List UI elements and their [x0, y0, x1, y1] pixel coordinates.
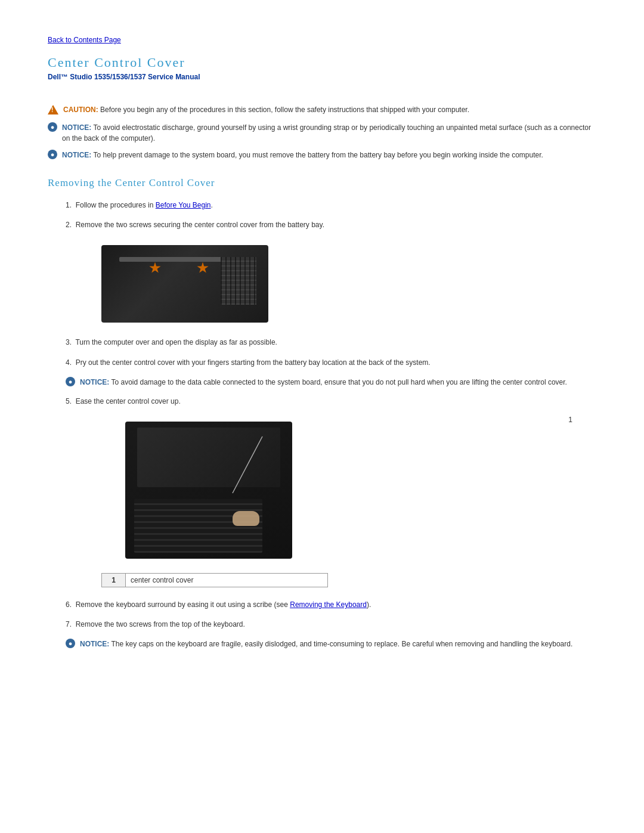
page-title: Center Control Cover — [48, 55, 596, 70]
notice-step7-text: NOTICE: The key caps on the keyboard are… — [80, 639, 572, 649]
screw-mark-1 — [149, 262, 161, 274]
notice-icon-1: ● — [48, 122, 57, 132]
step-1-num: 1. — [66, 201, 72, 209]
step-1: 1. Follow the procedures in Before You B… — [66, 200, 596, 211]
step-6: 6. Remove the keyboard surround by easin… — [66, 599, 596, 611]
notice-2: ● NOTICE: To help prevent damage to the … — [48, 150, 596, 160]
step-3-text: Turn the computer over and open the disp… — [75, 338, 277, 346]
notice-step7: ● NOTICE: The key caps on the keyboard a… — [66, 639, 596, 649]
step-4-text: Pry out the center control cover with yo… — [76, 358, 431, 367]
legend-label: center control cover — [126, 573, 328, 587]
notices-section: CAUTION: Before you begin any of the pro… — [48, 104, 596, 160]
step-5: 5. Ease the center control cover up. — [66, 396, 596, 407]
notice-icon-step7: ● — [66, 639, 75, 648]
subtitle: Dell™ Studio 1535/1536/1537 Service Manu… — [48, 73, 596, 81]
laptop-open-image — [125, 422, 292, 559]
step-3: 3. Turn the computer over and open the d… — [66, 337, 596, 348]
notice-icon-2: ● — [48, 150, 57, 159]
laptop-bottom-image — [101, 245, 268, 323]
grid-area — [221, 257, 256, 305]
step-1-text: Follow the procedures in — [76, 201, 156, 209]
notice-step4-text: NOTICE: To avoid damage to the data cabl… — [80, 377, 567, 388]
step-7-text: Remove the two screws from the top of th… — [76, 620, 245, 628]
notice-1: ● NOTICE: To avoid electrostatic dischar… — [48, 122, 596, 144]
step-2-text: Remove the two screws securing the cente… — [76, 221, 324, 229]
step-7-num: 7. — [66, 620, 72, 628]
step-5-num: 5. — [66, 397, 72, 405]
legend-num: 1 — [102, 573, 126, 587]
removing-keyboard-link[interactable]: Removing the Keyboard — [290, 600, 367, 609]
back-to-contents-link[interactable]: Back to Contents Page — [48, 36, 596, 44]
svg-line-0 — [233, 436, 262, 493]
step-6-text: Remove the keyboard surround by easing i… — [76, 600, 290, 609]
caution-icon — [48, 105, 58, 116]
callout-number: 1 — [568, 416, 572, 424]
image-2-container: 1 — [125, 422, 596, 559]
step-2: 2. Remove the two screws securing the ce… — [66, 219, 596, 231]
step-2-num: 2. — [66, 221, 72, 229]
before-you-begin-link[interactable]: Before You Begin — [156, 201, 211, 209]
step-4: 4. Pry out the center control cover with… — [66, 357, 596, 368]
caution-text: CAUTION: Before you begin any of the pro… — [63, 104, 469, 115]
step-7: 7. Remove the two screws from the top of… — [66, 619, 596, 630]
legend-row: 1 center control cover — [102, 573, 328, 587]
legend-table: 1 center control cover — [101, 573, 328, 587]
callout-line — [125, 422, 292, 559]
step-5-text: Ease the center control cover up. — [76, 397, 181, 405]
section-title: Removing the Center Control Cover — [48, 177, 596, 189]
step-6-num: 6. — [66, 600, 72, 609]
notice-step4: ● NOTICE: To avoid damage to the data ca… — [66, 377, 596, 388]
screw-mark-2 — [197, 262, 209, 274]
notice-1-text: NOTICE: To avoid electrostatic discharge… — [62, 122, 596, 144]
image-1-container — [101, 245, 596, 323]
notice-icon-step4: ● — [66, 377, 75, 386]
step-3-num: 3. — [66, 338, 72, 346]
caution-notice: CAUTION: Before you begin any of the pro… — [48, 104, 596, 116]
step-4-num: 4. — [66, 358, 72, 367]
notice-2-text: NOTICE: To help prevent damage to the sy… — [62, 150, 543, 160]
